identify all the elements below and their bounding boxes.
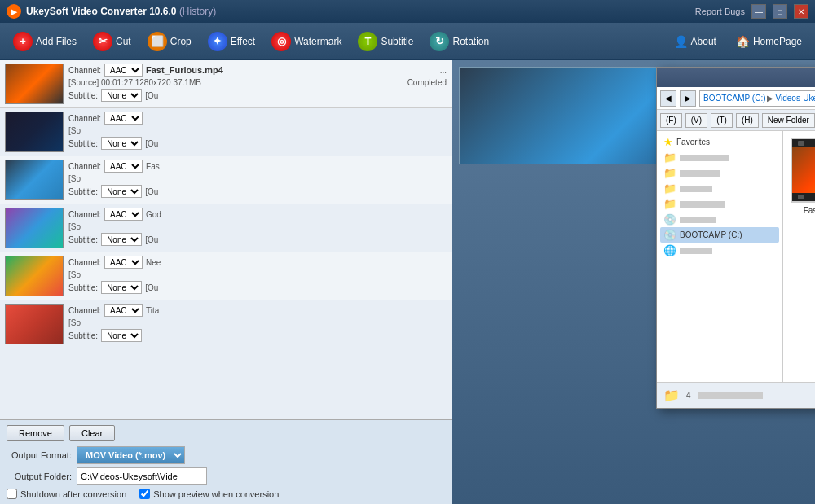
- file-info: Channel: AAC Fast_Furious.mp4 ... [Sourc…: [68, 64, 447, 103]
- nav-panel[interactable]: ★ Favorites 📁 📁 📁: [657, 131, 783, 382]
- watermark-button[interactable]: ◎ Watermark: [265, 28, 348, 55]
- dialog-toolbar: (F) (V) (T) (H) New Folder ⊞ ☰ ?: [657, 110, 815, 131]
- file-thumbnail: [791, 138, 815, 203]
- preview-checkbox[interactable]: [139, 489, 150, 499]
- channel-select[interactable]: AAC: [104, 256, 143, 269]
- minimize-button[interactable]: —: [751, 4, 766, 19]
- shutdown-checkbox[interactable]: [7, 489, 17, 499]
- add-files-icon: +: [13, 32, 33, 51]
- table-row: Channel: AAC [So Subtitle: None [Ou: [0, 108, 452, 156]
- subtitle-icon: T: [358, 32, 377, 51]
- subtitle-select[interactable]: None: [101, 89, 142, 102]
- crop-icon: ⬜: [148, 32, 167, 51]
- subtitle-select[interactable]: None: [101, 329, 142, 342]
- file-thumbnail: [5, 208, 64, 248]
- folder-icon: 📁: [663, 151, 676, 164]
- clear-button[interactable]: Clear: [69, 425, 115, 441]
- file-info: Channel: AAC [So Subtitle: None [Ou: [68, 112, 447, 151]
- output-format-label: Output Format:: [7, 450, 72, 460]
- channel-select[interactable]: AAC: [104, 304, 143, 317]
- remove-button[interactable]: Remove: [7, 425, 64, 441]
- homepage-button[interactable]: 🏠 HomePage: [729, 32, 808, 51]
- film-strip-bottom: [792, 193, 815, 201]
- nav-item-favorites[interactable]: ★ Favorites: [660, 134, 779, 150]
- file-list-scroll[interactable]: Channel: AAC Fast_Furious.mp4 ... [Sourc…: [0, 60, 452, 419]
- channel-select[interactable]: AAC: [104, 112, 143, 125]
- file-thumbnail: [5, 256, 64, 296]
- shutdown-checkbox-label[interactable]: Shutdown after conversion: [7, 489, 126, 499]
- table-row: Channel: AAC Tita [So Subtitle: None: [0, 300, 452, 348]
- rotation-button[interactable]: ↻ Rotation: [423, 28, 496, 55]
- bottom-controls: Remove Clear Output Format: MOV Video (*…: [0, 419, 452, 504]
- file-info: Channel: AAC Nee [So Subtitle: None [Ou: [68, 256, 447, 296]
- film-strip-top: [792, 139, 815, 147]
- nav-item-bootcamp[interactable]: 💿 BOOTCAMP (C:): [660, 227, 779, 243]
- nav-item-folder4[interactable]: 📁: [660, 196, 779, 212]
- channel-select[interactable]: AAC: [104, 208, 143, 221]
- subtitle-button[interactable]: T Subtitle: [351, 28, 420, 55]
- output-folder-input[interactable]: [77, 467, 207, 485]
- dialog-title-bar: — □ ✕: [657, 68, 815, 87]
- toolbar-f-button[interactable]: (F): [660, 113, 682, 128]
- title-bar-left: ▶ UkeySoft Video Converter 10.6.0 (Histo…: [7, 4, 216, 19]
- folder-icon: 📁: [663, 198, 676, 210]
- subtitle-select[interactable]: None: [101, 185, 142, 198]
- forward-button[interactable]: ▶: [680, 90, 696, 107]
- add-files-button[interactable]: + Add Files: [7, 28, 83, 55]
- star-icon: ★: [663, 136, 673, 148]
- dialog-footer: 📁 4: [657, 382, 815, 408]
- toolbar-h-button[interactable]: (H): [736, 113, 759, 128]
- cut-button[interactable]: ✂ Cut: [86, 28, 138, 55]
- report-bugs-link[interactable]: Report Bugs: [695, 7, 745, 16]
- about-button[interactable]: 👤 About: [667, 32, 723, 51]
- address-path[interactable]: BOOTCAMP (C:) ▶ Videos-Ukeysoft ▶ Video …: [699, 90, 815, 107]
- file-name-label: Fast & Furious.mov: [804, 206, 815, 215]
- effect-icon: ✦: [208, 32, 227, 51]
- subtitle-select[interactable]: None: [101, 137, 142, 150]
- new-folder-button[interactable]: New Folder: [762, 113, 815, 128]
- file-list-panel: Channel: AAC Fast_Furious.mp4 ... [Sourc…: [0, 60, 452, 504]
- output-format-select[interactable]: MOV Video (*.mov): [77, 446, 185, 464]
- file-info: Channel: AAC Fas [So Subtitle: None [Ou: [68, 160, 447, 199]
- list-item[interactable]: Fast & Furious.mov: [790, 138, 815, 215]
- files-area[interactable]: Fast & Furious.mov: [783, 131, 815, 382]
- folder-number-icon: 📁: [663, 388, 680, 403]
- subtitle-select[interactable]: None: [101, 233, 142, 246]
- file-browser-dialog: — □ ✕ ◀ ▶ BOOTCAMP (C:) ▶ Videos-Ukeysof…: [656, 67, 815, 409]
- rotation-icon: ↻: [430, 32, 449, 51]
- title-bar-right: Report Bugs — □ ✕: [695, 4, 808, 19]
- file-info: Channel: AAC God [So Subtitle: None [Ou: [68, 208, 447, 248]
- nav-item-network[interactable]: 🌐: [660, 243, 779, 258]
- crop-button[interactable]: ⬜ Crop: [141, 28, 198, 55]
- subtitle-select[interactable]: None: [101, 281, 142, 294]
- preview-checkbox-label[interactable]: Show preview when conversion: [139, 489, 279, 499]
- nav-item-folder3[interactable]: 📁: [660, 181, 779, 196]
- footer-text: 4: [686, 391, 691, 400]
- output-folder-label: Output Folder:: [7, 471, 72, 481]
- table-row: Channel: AAC God [So Subtitle: None [Ou: [0, 204, 452, 252]
- title-bar: ▶ UkeySoft Video Converter 10.6.0 (Histo…: [0, 0, 815, 23]
- dialog-body: ★ Favorites 📁 📁 📁: [657, 131, 815, 382]
- main-content: Channel: AAC Fast_Furious.mp4 ... [Sourc…: [0, 60, 815, 504]
- drive-icon: 💿: [663, 213, 676, 226]
- file-thumbnail: [5, 112, 64, 152]
- cut-icon: ✂: [93, 32, 112, 51]
- channel-select[interactable]: AAC: [104, 64, 143, 77]
- toolbar-t-button[interactable]: (T): [711, 113, 733, 128]
- back-button[interactable]: ◀: [660, 90, 676, 107]
- effect-button[interactable]: ✦ Effect: [201, 28, 262, 55]
- nav-item-folder1[interactable]: 📁: [660, 150, 779, 165]
- toolbar-v-button[interactable]: (V): [685, 113, 707, 128]
- table-row: Channel: AAC Fas [So Subtitle: None [Ou: [0, 156, 452, 204]
- nav-item-folder2[interactable]: 📁: [660, 165, 779, 181]
- maximize-button[interactable]: □: [773, 4, 787, 19]
- file-thumbnail: [5, 160, 64, 200]
- drive-icon: 💿: [663, 229, 676, 241]
- folder-icon: 📁: [663, 167, 676, 179]
- table-row: Channel: AAC Nee [So Subtitle: None [Ou: [0, 252, 452, 300]
- network-icon: 🌐: [663, 244, 676, 256]
- channel-select[interactable]: AAC: [104, 160, 143, 173]
- close-button[interactable]: ✕: [794, 4, 808, 19]
- nav-item-drive[interactable]: 💿: [660, 212, 779, 227]
- table-row: Channel: AAC Fast_Furious.mp4 ... [Sourc…: [0, 60, 452, 108]
